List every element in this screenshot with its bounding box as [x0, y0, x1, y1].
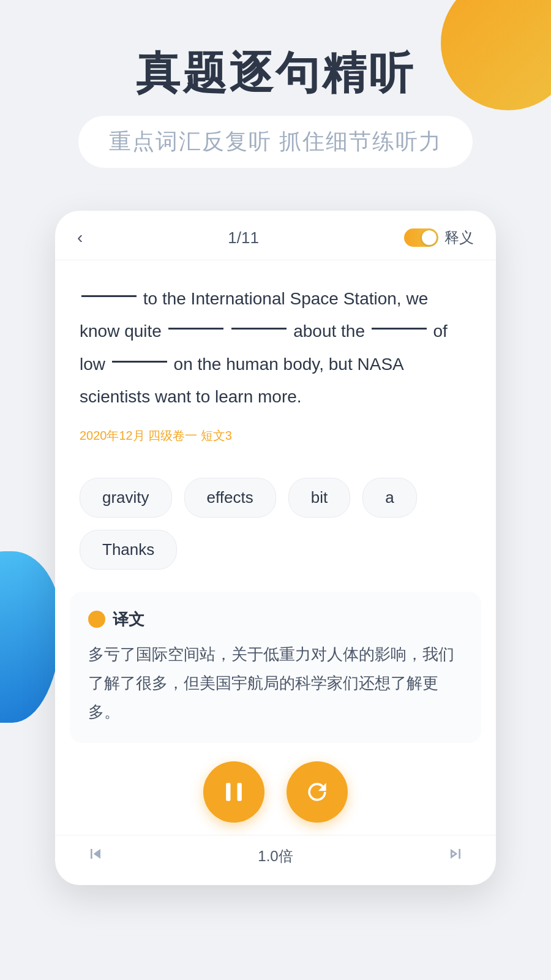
- progress-indicator: 1/11: [228, 228, 259, 247]
- header-section: 真题逐句精听 重点词汇反复听 抓住细节练听力: [0, 0, 551, 180]
- translation-dot: [88, 611, 105, 628]
- next-track-icon: [446, 844, 465, 864]
- bottom-controls: [55, 743, 496, 835]
- passage-meta: 2020年12月 四级卷一 短文3: [80, 424, 471, 453]
- page-title: 真题逐句精听: [37, 49, 514, 97]
- word-chip-a[interactable]: a: [362, 478, 416, 518]
- blank-4: [372, 328, 427, 330]
- passage-text: to the International Space Station, we k…: [55, 260, 496, 466]
- translation-box: 译文 多亏了国际空间站，关于低重力对人体的影响，我们了解了很多，但美国宇航局的科…: [70, 592, 481, 743]
- blank-1: [81, 295, 137, 297]
- page-subtitle: 重点词汇反复听 抓住细节练听力: [109, 127, 442, 157]
- bg-decoration-blue: [0, 551, 61, 723]
- word-chip-bit[interactable]: bit: [288, 478, 350, 518]
- toggle-label: 释义: [444, 228, 474, 247]
- next-track-button[interactable]: [446, 844, 465, 868]
- nav-right-group: 释义: [404, 228, 474, 247]
- pause-icon: [220, 778, 247, 805]
- refresh-button[interactable]: [287, 761, 348, 823]
- blank-5: [112, 361, 167, 363]
- refresh-icon: [304, 778, 331, 805]
- prev-track-icon: [86, 844, 105, 864]
- blank-2: [168, 328, 223, 330]
- word-chip-effects[interactable]: effects: [184, 478, 276, 518]
- subtitle-wrap: 重点词汇反复听 抓住细节练听力: [78, 116, 473, 168]
- translation-header: 译文: [88, 609, 463, 630]
- svg-rect-1: [238, 783, 242, 801]
- definition-toggle[interactable]: [404, 228, 438, 247]
- word-options-container: gravity effects bit a Thanks: [55, 466, 496, 582]
- svg-rect-0: [226, 783, 230, 801]
- word-chip-thanks[interactable]: Thanks: [80, 530, 177, 570]
- playback-bar: 1.0倍: [55, 835, 496, 885]
- prev-track-button[interactable]: [86, 844, 105, 868]
- translation-label: 译文: [113, 609, 144, 630]
- pause-button[interactable]: [203, 761, 264, 823]
- back-button[interactable]: ‹: [77, 228, 83, 247]
- nav-bar: ‹ 1/11 释义: [55, 211, 496, 260]
- phone-card: ‹ 1/11 释义 to the International Space Sta…: [55, 211, 496, 885]
- word-chip-gravity[interactable]: gravity: [80, 478, 172, 518]
- toggle-knob: [422, 230, 437, 245]
- translation-text: 多亏了国际空间站，关于低重力对人体的影响，我们了解了很多，但美国宇航局的科学家们…: [88, 640, 463, 726]
- playback-speed[interactable]: 1.0倍: [258, 846, 293, 866]
- blank-3: [231, 328, 287, 330]
